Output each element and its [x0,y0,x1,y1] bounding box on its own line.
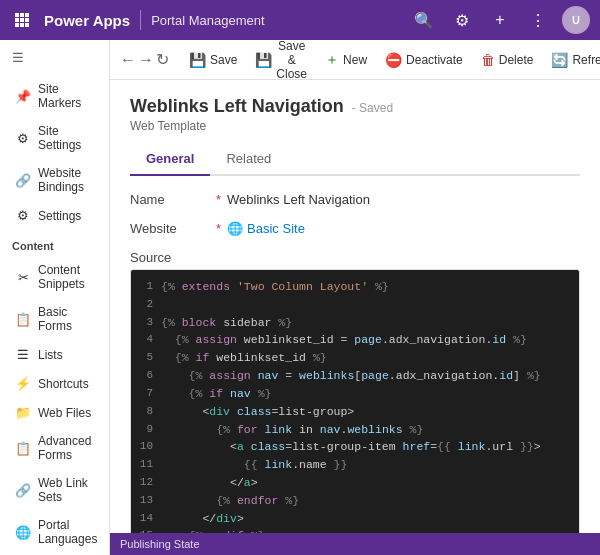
search-icon[interactable]: 🔍 [410,6,438,34]
tabs: General Related [130,145,580,176]
forward-button[interactable]: → [138,46,154,74]
main: ← → ↻ 💾 Save 💾 Save & Close ＋ New ⛔ Deac… [110,40,600,555]
sidebar-item-portal-languages[interactable]: 🌐 Portal Languages [0,511,109,553]
settings-icon: ⚙ [15,208,31,223]
topbar: Power Apps Portal Management 🔍 ⚙ + ⋮ U [0,0,600,40]
save-button[interactable]: 💾 Save [181,48,245,72]
svg-rect-7 [20,23,24,27]
grid-icon[interactable] [10,8,34,32]
line-content: {% extends 'Two Column Layout' %} [161,278,389,296]
line-content: {% block sidebar %} [161,314,292,332]
website-label: Website [130,221,210,236]
website-link[interactable]: 🌐 Basic Site [227,221,305,236]
add-icon[interactable]: + [486,6,514,34]
sidebar-item-web-files[interactable]: 📁 Web Files [0,398,109,427]
line-content: <div class=list-group> [161,403,354,421]
line-content: {% endfor %} [161,492,299,510]
line-number: 9 [131,421,161,438]
name-value: Weblinks Left Navigation [227,192,370,207]
more-icon[interactable]: ⋮ [524,6,552,34]
site-markers-icon: 📌 [15,89,31,104]
layout: ☰ 📌 Site Markers ⚙ Site Settings 🔗 Websi… [0,40,600,555]
save-icon: 💾 [189,52,206,68]
code-line: 4 {% assign weblinkset_id = page.adx_nav… [131,331,579,349]
line-number: 6 [131,367,161,384]
avatar[interactable]: U [562,6,590,34]
code-line: 5 {% if weblinkset_id %} [131,349,579,367]
basic-forms-icon: 📋 [15,312,31,327]
new-button[interactable]: ＋ New [317,47,375,73]
brand: Power Apps [44,12,130,29]
new-icon: ＋ [325,51,339,69]
code-line: 8 <div class=list-group> [131,403,579,421]
sidebar-item-web-link-sets[interactable]: 🔗 Web Link Sets [0,469,109,511]
line-number: 10 [131,438,161,455]
sidebar: ☰ 📌 Site Markers ⚙ Site Settings 🔗 Websi… [0,40,110,555]
publishing-state-label: Publishing State [120,538,200,550]
save-close-icon: 💾 [255,52,272,68]
line-number: 14 [131,510,161,527]
name-field-row: Name * Weblinks Left Navigation [130,192,580,207]
code-line: 13 {% endfor %} [131,492,579,510]
line-content: {{ link.name }} [161,456,347,474]
refresh-icon: 🔄 [551,52,568,68]
code-editor[interactable]: 1 {% extends 'Two Column Layout' %} 2 3 … [130,269,580,533]
website-required: * [216,221,221,236]
line-number: 5 [131,349,161,366]
portal-languages-icon: 🌐 [15,525,31,540]
globe-icon: 🌐 [227,221,243,236]
tab-general[interactable]: General [130,145,210,176]
line-number: 8 [131,403,161,420]
deactivate-icon: ⛔ [385,52,402,68]
code-line: 12 </a> [131,474,579,492]
back-button[interactable]: ← [120,46,136,74]
code-line: 2 [131,296,579,314]
line-content: </div> [161,510,244,528]
sidebar-item-shortcuts[interactable]: ⚡ Shortcuts [0,369,109,398]
tab-related[interactable]: Related [210,145,287,176]
settings-icon[interactable]: ⚙ [448,6,476,34]
line-content: {% if weblinkset_id %} [161,349,327,367]
line-number: 11 [131,456,161,473]
sidebar-item-website-bindings[interactable]: 🔗 Website Bindings [0,159,109,201]
save-close-button[interactable]: 💾 Save & Close [247,40,315,85]
deactivate-button[interactable]: ⛔ Deactivate [377,48,471,72]
line-content [161,296,168,314]
site-settings-icon: ⚙ [15,131,31,146]
line-content: {% if nav %} [161,385,271,403]
content-section-label: Content [0,230,109,256]
name-required: * [216,192,221,207]
line-number: 2 [131,296,161,313]
line-content: {% assign weblinkset_id = page.adx_navig… [161,331,527,349]
svg-rect-3 [15,18,19,22]
web-files-icon: 📁 [15,405,31,420]
line-content: {% assign nav = weblinks[page.adx_naviga… [161,367,541,385]
svg-rect-5 [25,18,29,22]
sidebar-item-lists[interactable]: ☰ Lists [0,340,109,369]
sidebar-item-site-settings[interactable]: ⚙ Site Settings [0,117,109,159]
page-content: Weblinks Left Navigation - Saved Web Tem… [110,80,600,533]
website-bindings-icon: 🔗 [15,173,31,188]
line-content: <a class=list-group-item href={{ link.ur… [161,438,541,456]
line-number: 4 [131,331,161,348]
sidebar-item-settings[interactable]: ⚙ Settings [0,201,109,230]
sidebar-item-content-snippets[interactable]: ✂ Content Snippets [0,256,109,298]
source-label: Source [130,250,580,265]
refresh-small-icon[interactable]: ↻ [156,46,169,74]
sidebar-item-site-markers[interactable]: 📌 Site Markers [0,75,109,117]
commandbar: ← → ↻ 💾 Save 💾 Save & Close ＋ New ⛔ Deac… [110,40,600,80]
code-line: 3 {% block sidebar %} [131,314,579,332]
statusbar: Publishing State [110,533,600,555]
delete-icon: 🗑 [481,52,495,68]
delete-button[interactable]: 🗑 Delete [473,48,542,72]
line-content: </a> [161,474,258,492]
website-field-row: Website * 🌐 Basic Site [130,221,580,236]
sidebar-item-advanced-forms[interactable]: 📋 Advanced Forms [0,427,109,469]
refresh-button[interactable]: 🔄 Refresh [543,48,600,72]
code-line: 14 </div> [131,510,579,528]
sidebar-item-basic-forms[interactable]: 📋 Basic Forms [0,298,109,340]
shortcuts-icon: ⚡ [15,376,31,391]
svg-rect-0 [15,13,19,17]
svg-rect-4 [20,18,24,22]
hamburger-icon[interactable]: ☰ [0,40,109,75]
